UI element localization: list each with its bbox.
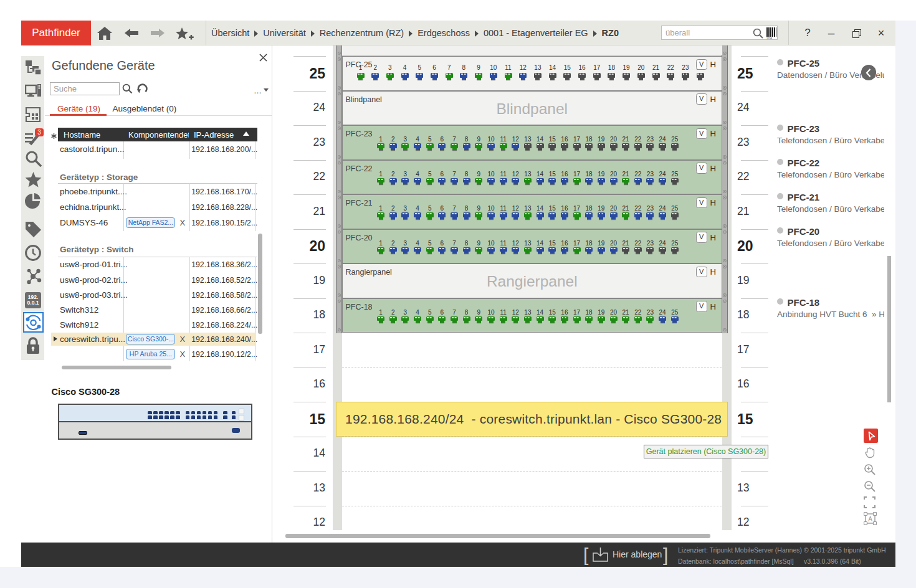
svg-text:A: A — [868, 516, 872, 523]
svg-text:3: 3 — [37, 129, 41, 136]
